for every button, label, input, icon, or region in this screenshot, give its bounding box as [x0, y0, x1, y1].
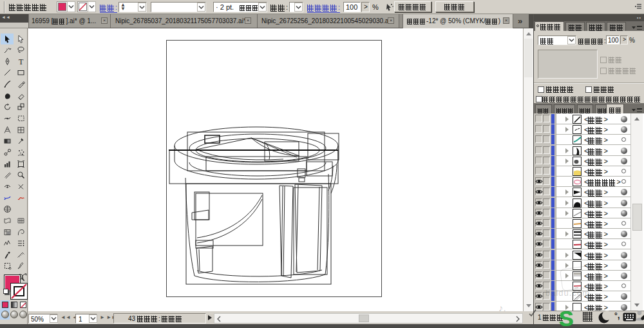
svg-text:T: T: [19, 57, 24, 66]
